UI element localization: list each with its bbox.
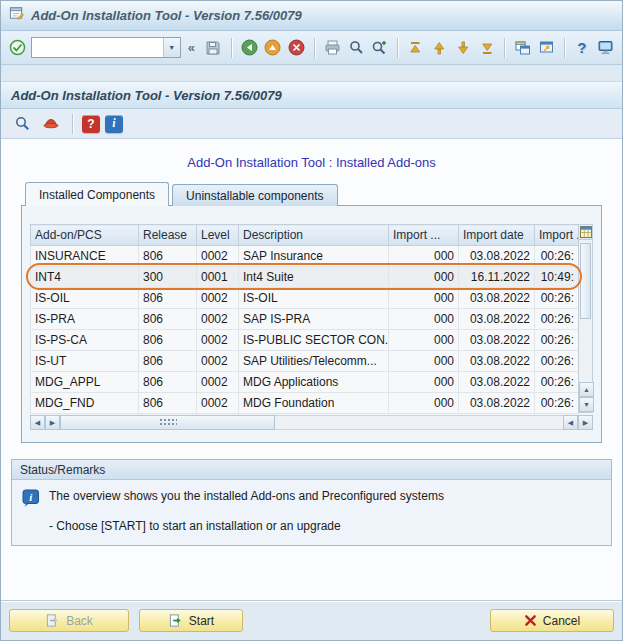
create-shortcut-icon[interactable] [536,37,557,59]
table-cell[interactable]: 806 [139,393,197,414]
table-cell[interactable]: 00:26: [535,393,579,414]
table-cell[interactable]: SAP Utilities/Telecomm... [239,351,389,372]
column-header[interactable]: Level [197,225,239,246]
detail-search-icon[interactable] [10,113,34,135]
new-session-icon[interactable] [512,37,533,59]
column-header[interactable]: Add-on/PCS [31,225,139,246]
column-header[interactable]: Import . [535,225,579,246]
table-row[interactable]: MDG_APPL8060002MDG Applications00003.08.… [31,372,579,393]
table-cell[interactable]: 806 [139,351,197,372]
table-cell[interactable]: 0002 [197,372,239,393]
table-cell[interactable]: 806 [139,330,197,351]
scroll-up-icon[interactable]: ▲ [579,382,594,397]
column-header[interactable]: Description [239,225,389,246]
table-cell[interactable]: SAP Insurance [239,246,389,267]
find-icon[interactable] [346,37,367,59]
table-cell[interactable]: 00:26: [535,309,579,330]
table-cell[interactable]: SAP IS-PRA [239,309,389,330]
scroll-left-right-pane-icon[interactable]: ◀ [563,415,578,430]
vertical-scroll-track[interactable] [579,240,592,382]
table-cell[interactable]: Int4 Suite [239,267,389,288]
table-cell[interactable]: 806 [139,372,197,393]
command-input[interactable] [32,38,163,57]
table-row[interactable]: IS-PS-CA8060002IS-PUBLIC SECTOR CON...00… [31,330,579,351]
table-cell[interactable]: 0002 [197,246,239,267]
table-cell[interactable]: 300 [139,267,197,288]
table-cell[interactable]: MDG_APPL [31,372,139,393]
table-cell[interactable]: 00:26: [535,246,579,267]
table-cell[interactable]: 806 [139,309,197,330]
find-next-icon[interactable] [369,37,390,59]
command-field[interactable]: ▼ [31,37,181,58]
table-cell[interactable]: 03.08.2022 [459,330,535,351]
save-icon[interactable] [203,37,224,59]
table-cell[interactable]: 0002 [197,288,239,309]
table-cell[interactable]: 000 [389,288,459,309]
table-cell[interactable]: 00:26: [535,330,579,351]
print-icon[interactable] [322,37,343,59]
table-row[interactable]: IS-PRA8060002SAP IS-PRA00003.08.202200:2… [31,309,579,330]
table-cell[interactable]: 03.08.2022 [459,246,535,267]
table-cell[interactable]: 000 [389,309,459,330]
table-cell[interactable]: 03.08.2022 [459,288,535,309]
horizontal-scroll-thumb[interactable] [60,415,275,430]
vertical-scrollbar[interactable]: ▲ ▼ [578,224,593,413]
table-cell[interactable]: 0002 [197,309,239,330]
table-cell[interactable]: 00:26: [535,372,579,393]
scroll-left-icon[interactable]: ◀ [30,415,45,430]
table-cell[interactable]: 03.08.2022 [459,351,535,372]
command-dropdown-icon[interactable]: ▼ [163,38,180,57]
back-icon[interactable] [239,37,260,59]
first-page-icon[interactable] [405,37,426,59]
enter-button[interactable] [7,37,28,59]
table-cell[interactable]: 0002 [197,351,239,372]
table-cell[interactable]: 000 [389,372,459,393]
exit-icon[interactable] [262,37,283,59]
table-cell[interactable]: 0002 [197,330,239,351]
table-cell[interactable]: 10:49: [535,267,579,288]
table-row[interactable]: IS-OIL8060002IS-OIL00003.08.202200:26: [31,288,579,309]
layout-config-icon[interactable] [579,225,592,240]
table-row[interactable]: MDG_FND8060002MDG Foundation00003.08.202… [31,393,579,414]
table-row[interactable]: INSURANCE8060002SAP Insurance00003.08.20… [31,246,579,267]
table-cell[interactable]: MDG Applications [239,372,389,393]
table-cell[interactable]: INSURANCE [31,246,139,267]
customize-layout-icon[interactable] [595,37,616,59]
table-cell[interactable]: 0002 [197,393,239,414]
table-cell[interactable]: 16.11.2022 [459,267,535,288]
table-cell[interactable]: 00:26: [535,351,579,372]
help-question-button[interactable]: ? [82,115,100,133]
table-cell[interactable]: 000 [389,393,459,414]
vertical-scroll-thumb[interactable] [580,243,591,319]
cancel-button[interactable]: Cancel [490,609,614,632]
table-cell[interactable]: IS-PRA [31,309,139,330]
table-cell[interactable]: IS-PUBLIC SECTOR CON... [239,330,389,351]
column-header[interactable]: Release [139,225,197,246]
table-cell[interactable]: 0001 [197,267,239,288]
cancel-icon[interactable] [286,37,307,59]
table-row[interactable]: IS-UT8060002SAP Utilities/Telecomm...000… [31,351,579,372]
page-up-icon[interactable] [429,37,450,59]
table-cell[interactable]: IS-UT [31,351,139,372]
column-header[interactable]: Import date [459,225,535,246]
tab-uninstallable-components[interactable]: Uninstallable components [172,184,337,206]
horizontal-scrollbar[interactable]: ◀ ▶ ◀ ▶ [30,415,593,430]
help-icon[interactable]: ? [572,37,593,59]
table-cell[interactable]: IS-OIL [31,288,139,309]
table-cell[interactable]: 000 [389,267,459,288]
table-row[interactable]: INT43000001Int4 Suite00016.11.202210:49: [31,267,579,288]
table-cell[interactable]: 806 [139,288,197,309]
info-button[interactable]: i [105,115,123,133]
last-page-icon[interactable] [476,37,497,59]
back-button[interactable]: Back [9,609,129,632]
scroll-right-right-pane-icon[interactable]: ▶ [578,415,593,430]
tab-installed-components[interactable]: Installed Components [25,182,169,206]
table-cell[interactable]: 000 [389,246,459,267]
scroll-right-icon[interactable]: ▶ [45,415,60,430]
table-cell[interactable]: 00:26: [535,288,579,309]
table-cell[interactable]: 03.08.2022 [459,309,535,330]
support-package-hat-icon[interactable] [39,113,63,135]
table-cell[interactable]: 000 [389,330,459,351]
column-header[interactable]: Import ... [389,225,459,246]
table-cell[interactable]: 806 [139,246,197,267]
